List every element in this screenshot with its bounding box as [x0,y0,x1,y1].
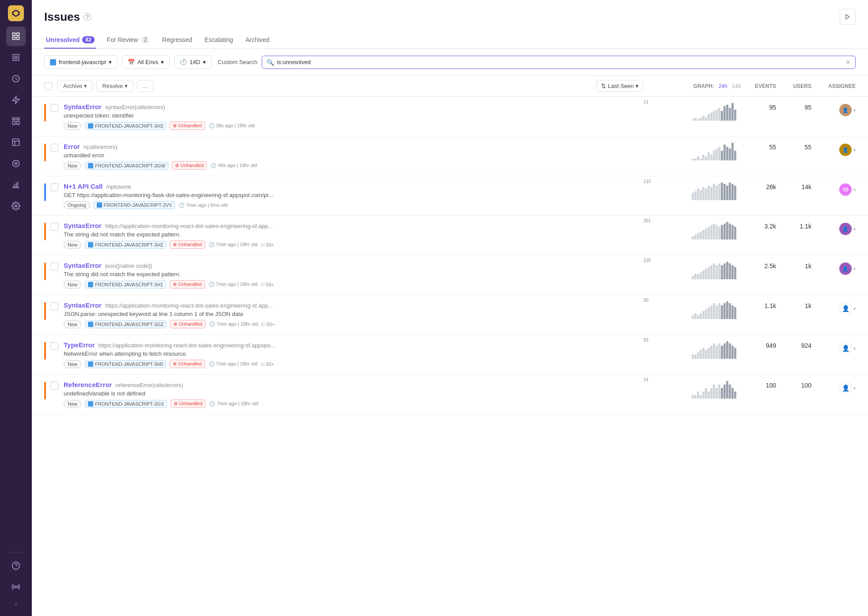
issue-type[interactable]: SyntaxError [64,301,102,309]
issue-checkbox[interactable] [50,262,58,270]
issue-meta: New FRONTEND-JAVASCRIPT-3H0 ⊗ Unhandled … [64,360,643,368]
assignee-chevron-icon[interactable]: ▾ [853,227,856,232]
issue-checkbox[interactable] [50,183,58,191]
bar-11 [721,151,723,160]
issue-checkbox[interactable] [50,382,58,390]
bar-5 [705,118,707,121]
bar-2 [697,233,699,240]
sidebar-item-help[interactable] [6,556,26,575]
sidebar-item-broadcast[interactable] [6,577,26,597]
issue-project-badge[interactable]: FRONTEND-JAVASCRIPT-3GZ [85,320,167,328]
assignee-chevron-icon[interactable]: ▾ [853,187,856,192]
issue-checkbox[interactable] [50,223,58,231]
table-row[interactable]: TypeError https://application-monitoring… [32,335,868,375]
assignee-chevron-icon[interactable]: ▾ [853,108,856,113]
play-button[interactable] [840,9,856,25]
tab-regressed[interactable]: Regressed [160,32,194,49]
bar-1 [694,395,697,399]
issue-project-badge[interactable]: FRONTEND-JAVASCRIPT-3GX [85,400,167,408]
issue-checkbox[interactable] [50,104,58,112]
sidebar-item-settings[interactable] [6,196,26,216]
issue-type[interactable]: SyntaxError [64,103,102,110]
issue-project-badge[interactable]: FRONTEND-JAVASCRIPT-3H0 [85,360,166,368]
tab-archived[interactable]: Archived [244,32,271,49]
sidebar-item-alerts[interactable] [6,90,26,110]
sidebar-item-explore[interactable] [6,69,26,88]
tab-for-review[interactable]: For Review 2 [105,32,152,49]
table-row[interactable]: SyntaxError json([native code]) The stri… [32,255,868,295]
issue-assignee[interactable]: 👤 ▾ [811,381,856,394]
unhandled-badge: ⊗ Unhandled [172,161,207,170]
sidebar-item-projects[interactable] [6,48,26,67]
issue-type[interactable]: Error [64,143,80,150]
sidebar-expand-button[interactable]: › [6,598,26,611]
sidebar-item-stats[interactable] [6,175,26,194]
issue-assignee[interactable]: 👤 ▾ [811,341,856,354]
graph-peak-label: 14 [643,377,648,382]
table-row[interactable]: N+1 API Call /nplusone GET https://appli… [32,176,868,216]
sort-button[interactable]: ⇅ Last Seen ▾ [596,80,643,92]
assignee-chevron-icon[interactable]: ▾ [853,346,856,351]
issue-checkbox[interactable] [50,302,58,310]
project-filter[interactable]: frontend-javascript ▾ [44,55,118,69]
issue-project-badge[interactable]: FRONTEND-JAVASCRIPT-3GW [85,162,168,170]
bar-16 [734,392,736,399]
issue-project-badge[interactable]: FRONTEND-JAVASCRIPT-3H3 [85,122,166,130]
issue-priority-indicator [44,302,46,320]
issue-project-badge[interactable]: FRONTEND-JAVASCRIPT-3H2 [85,241,166,249]
issue-type[interactable]: ReferenceError [64,381,112,388]
table-row[interactable]: SyntaxError syntaxError(utils/errors) un… [32,97,868,137]
assignee-chevron-icon[interactable]: ▾ [853,148,856,152]
search-input[interactable] [277,59,843,65]
assignee-chevron-icon[interactable]: ▾ [853,266,856,271]
tab-unresolved[interactable]: Unresolved 82 [44,32,96,49]
issue-type[interactable]: TypeError [64,341,95,349]
issue-priority-indicator [44,223,46,240]
help-icon[interactable]: ? [84,13,91,21]
issue-assignee[interactable]: 👤 ▾ [811,103,856,116]
issue-assignee[interactable]: 👤 ▾ [811,262,856,275]
bar-12 [723,224,726,240]
bar-1 [694,354,697,359]
graph-14d-toggle[interactable]: 14d [732,83,741,89]
table-row[interactable]: SyntaxError https://application-monitori… [32,216,868,255]
archive-button[interactable]: Archive ▾ [57,80,93,92]
bar-15 [731,346,734,359]
env-filter[interactable]: 📅 All Envs ▾ [122,55,170,69]
bar-7 [710,225,712,240]
search-clear-button[interactable]: ✕ [845,59,851,66]
sidebar-logo[interactable] [8,5,24,21]
sidebar-item-monitors[interactable] [6,154,26,173]
resolve-button[interactable]: Resolve ▾ [96,80,133,92]
issue-project-badge[interactable]: FRONTEND-JAVASCRIPT-3H1 [85,281,166,289]
issue-checkbox[interactable] [50,342,58,350]
issue-assignee[interactable]: 👤 ▾ [811,143,856,156]
sidebar-item-issues[interactable] [6,27,26,46]
bar-9 [716,305,718,319]
assignee-chevron-icon[interactable]: ▾ [853,386,856,391]
issue-meta: New FRONTEND-JAVASCRIPT-3H2 ⊗ Unhandled … [64,240,643,249]
env-filter-label: All Envs [137,59,158,65]
issue-users-count: 100 [776,381,811,389]
more-actions-button[interactable]: ... [137,80,153,92]
issue-type[interactable]: SyntaxError [64,262,102,269]
issue-type[interactable]: SyntaxError [64,222,102,229]
bar-16 [734,186,736,200]
play-icon: ▷ [261,281,265,287]
issue-assignee[interactable]: 👤 ▾ [811,222,856,235]
table-row[interactable]: Error n(utils/errors) unhandled error Ne… [32,137,868,176]
issue-type[interactable]: N+1 API Call [64,183,103,190]
graph-24h-toggle[interactable]: 24h [719,83,727,89]
sidebar-item-dashboards[interactable] [6,111,26,131]
issue-project-badge[interactable]: FRONTEND-JAVASCRIPT-2VV [94,201,175,209]
table-row[interactable]: SyntaxError https://application-monitori… [32,295,868,335]
table-row[interactable]: ReferenceError referenceError(utils/erro… [32,375,868,414]
period-filter[interactable]: 🕐 14D ▾ [174,55,212,69]
issue-assignee[interactable]: YD ▾ [811,183,856,196]
tab-escalating[interactable]: Escalating [203,32,235,49]
select-all-checkbox[interactable] [44,82,52,90]
assignee-chevron-icon[interactable]: ▾ [853,306,856,311]
issue-assignee[interactable]: 👤 ▾ [811,301,856,315]
sidebar-item-releases[interactable] [6,133,26,152]
issue-checkbox[interactable] [50,144,58,152]
